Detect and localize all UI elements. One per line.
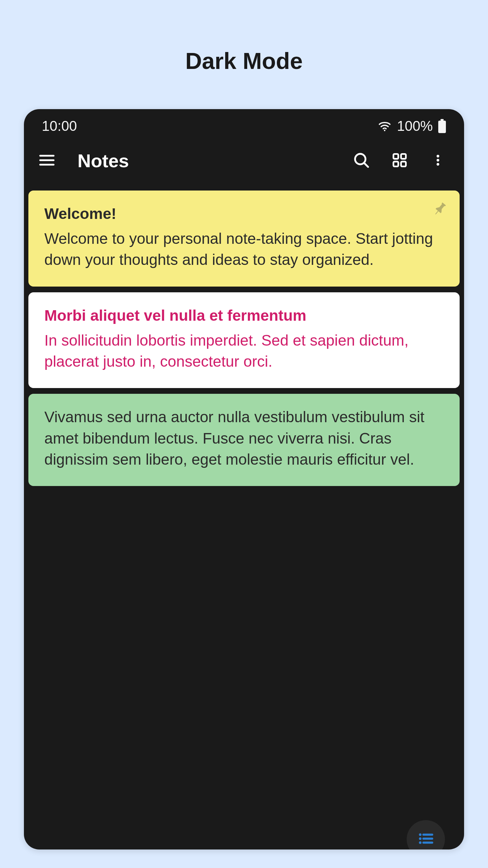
list-icon <box>416 829 435 849</box>
note-title: Morbi aliquet vel nulla et fermentum <box>44 305 444 326</box>
svg-point-15 <box>419 834 422 836</box>
svg-rect-2 <box>438 121 446 133</box>
pin-icon <box>431 200 449 223</box>
note-body: In sollicitudin lobortis imperdiet. Sed … <box>44 330 444 372</box>
svg-point-0 <box>384 130 386 131</box>
status-bar: 10:00 100% <box>24 109 464 137</box>
svg-point-13 <box>437 159 439 161</box>
battery-percent: 100% <box>397 118 433 134</box>
grid-view-button[interactable] <box>389 151 410 171</box>
grid-icon <box>391 152 408 170</box>
page-heading: Dark Mode <box>0 0 488 109</box>
note-card[interactable]: Welcome! Welcome to your personal note-t… <box>28 190 460 286</box>
note-card[interactable]: Morbi aliquet vel nulla et fermentum In … <box>28 292 460 389</box>
fab-button[interactable] <box>407 820 445 849</box>
app-title: Notes <box>71 150 337 172</box>
hamburger-icon <box>38 151 56 170</box>
status-right: 100% <box>378 118 446 134</box>
search-button[interactable] <box>351 151 371 171</box>
phone-frame: 10:00 100% <box>24 109 464 849</box>
note-body: Welcome to your personal note-taking spa… <box>44 228 444 270</box>
notes-list: Welcome! Welcome to your personal note-t… <box>24 184 464 492</box>
svg-point-17 <box>419 841 422 844</box>
svg-point-14 <box>437 163 439 165</box>
svg-point-16 <box>419 837 422 840</box>
wifi-icon <box>378 119 392 133</box>
svg-rect-1 <box>441 119 444 121</box>
battery-icon <box>438 119 446 133</box>
menu-button[interactable] <box>37 151 57 171</box>
app-bar: Notes <box>24 137 464 184</box>
search-icon <box>352 151 370 170</box>
svg-line-7 <box>364 163 368 167</box>
svg-rect-11 <box>401 161 406 166</box>
svg-rect-9 <box>401 154 406 159</box>
svg-rect-8 <box>394 154 398 159</box>
svg-rect-10 <box>394 161 398 166</box>
more-vertical-icon <box>431 151 445 170</box>
note-card[interactable]: Vivamus sed urna auctor nulla vestibulum… <box>28 394 460 486</box>
overflow-menu-button[interactable] <box>428 151 448 171</box>
note-title: Welcome! <box>44 203 444 224</box>
note-body: Vivamus sed urna auctor nulla vestibulum… <box>44 407 444 470</box>
svg-point-12 <box>437 154 439 157</box>
status-time: 10:00 <box>42 118 77 134</box>
